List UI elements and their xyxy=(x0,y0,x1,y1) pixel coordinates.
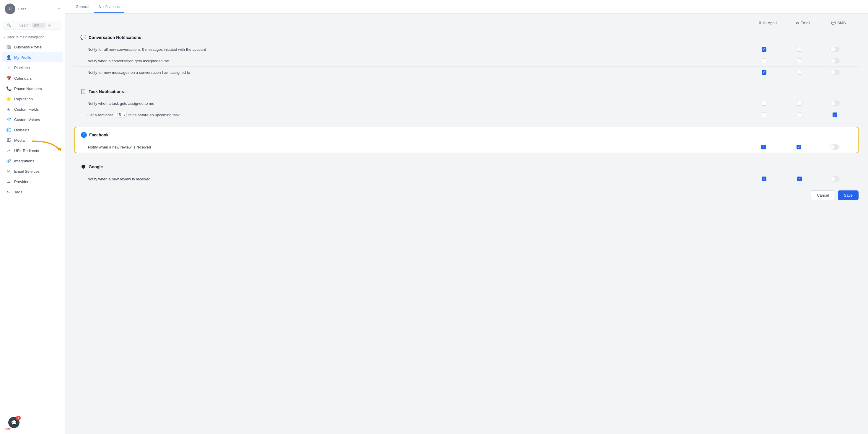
custom-values-icon: 💎 xyxy=(6,117,11,122)
business-profile-icon: 🏢 xyxy=(6,44,11,49)
sidebar-item-url-redirects[interactable]: ↗ URL Redirects xyxy=(2,146,63,156)
email-checkbox-task-assigned[interactable] xyxy=(797,101,802,106)
email-cell-task-assigned xyxy=(782,101,817,106)
email-col-icon: ✉ xyxy=(796,21,799,25)
sidebar-item-tags[interactable]: 🏷 Tags xyxy=(2,187,63,197)
inapp-cell-new-messages xyxy=(746,70,782,75)
email-cell-assigned-to-me xyxy=(782,58,817,63)
sidebar-item-my-profile[interactable]: 👤 My Profile xyxy=(2,52,63,62)
sidebar-item-calendars[interactable]: 📅 Calendars xyxy=(2,73,63,83)
reminder-select[interactable]: 510153060 xyxy=(115,112,127,118)
sms-toggle-google-new-review[interactable] xyxy=(830,176,840,182)
inapp-checkbox-new-conversations[interactable] xyxy=(762,47,766,52)
email-checkbox-fb-new-review[interactable] xyxy=(797,145,801,149)
row-label-google-new-review: Notify when a new review is received xyxy=(87,177,746,181)
col-label-sms: SMS xyxy=(837,21,845,25)
section-conversation-notifications: 💬Conversation Notifications Notify for a… xyxy=(74,30,859,78)
pipelines-icon: ⧖ xyxy=(6,65,11,70)
tab-general[interactable]: General xyxy=(71,1,94,13)
col-header-inapp: 🖥 In-App ℹ xyxy=(750,21,785,25)
section-title-facebook: Facebook xyxy=(89,132,108,137)
email-checkbox-assigned-to-me[interactable] xyxy=(797,58,802,63)
sms-toggle-new-conversations[interactable] xyxy=(830,46,840,52)
reputation-icon: ⭐ xyxy=(6,97,11,101)
sms-toggle-fb-new-review[interactable] xyxy=(830,144,839,150)
sidebar-item-email-services[interactable]: ✉ Email Services xyxy=(2,166,63,176)
email-checkbox-task-reminder[interactable] xyxy=(797,113,802,117)
sidebar-item-integrations[interactable]: 🔗 Integrations xyxy=(2,156,63,166)
phone-numbers-icon: 📞 xyxy=(6,86,11,91)
section-title-conversation-notifications: Conversation Notifications xyxy=(89,35,141,40)
chat-icon: 💬 xyxy=(11,420,17,426)
inapp-checkbox-assigned-to-me[interactable] xyxy=(762,58,766,63)
conversation-notifications-section-icon: 💬 xyxy=(80,35,86,40)
sidebar-item-phone-numbers[interactable]: 📞 Phone Numbers xyxy=(2,84,63,94)
sms-toggle-new-messages[interactable] xyxy=(830,70,840,75)
inapp-checkbox-new-messages[interactable] xyxy=(762,70,766,75)
sidebar-item-providers[interactable]: ☁ Providers xyxy=(2,177,63,187)
sms-checkbox-task-reminder[interactable] xyxy=(833,113,837,117)
inapp-checkbox-google-new-review[interactable] xyxy=(762,177,766,181)
section-header-task-notifications: 📋Task Notifications xyxy=(74,84,859,98)
inapp-cell-assigned-to-me xyxy=(746,58,782,63)
email-cell-task-reminder xyxy=(782,113,817,117)
sidebar-label-pipelines: Pipelines xyxy=(14,66,30,70)
email-checkbox-new-messages[interactable] xyxy=(797,70,802,75)
column-headers: 🖥 In-App ℹ ✉ Email 💬 SMS xyxy=(74,21,859,25)
sidebar-label-integrations: Integrations xyxy=(14,159,34,163)
row-new-messages: Notify for new messages on a conversatio… xyxy=(74,66,859,78)
sidebar-label-custom-values: Custom Values xyxy=(14,118,40,122)
row-fb-new-review: Notify when a new review is received xyxy=(75,142,858,153)
sidebar-item-custom-values[interactable]: 💎 Custom Values xyxy=(2,115,63,125)
sidebar-item-pipelines[interactable]: ⧖ Pipelines xyxy=(2,63,63,73)
lightning-icon: ⚡ xyxy=(47,23,58,27)
sidebar-item-media[interactable]: 🖼 Media xyxy=(2,135,63,145)
email-checkbox-google-new-review[interactable] xyxy=(797,177,802,181)
sidebar-label-reputation: Reputation xyxy=(14,97,33,101)
tab-notifications[interactable]: Notifications xyxy=(94,1,124,13)
section-task-notifications: 📋Task Notifications Notify when a task g… xyxy=(74,84,859,121)
media-icon: 🖼 xyxy=(6,138,11,143)
email-cell-google-new-review xyxy=(782,177,817,181)
back-navigation[interactable]: ‹ Back to main navigation xyxy=(0,33,65,42)
sidebar-label-providers: Providers xyxy=(14,180,30,184)
sms-toggle-assigned-to-me[interactable] xyxy=(830,58,840,63)
row-label-fb-new-review: Notify when a new review is received xyxy=(88,145,746,149)
main-content: General Notifications 🖥 In-App ℹ ✉ Email… xyxy=(65,0,868,434)
email-cell-fb-new-review xyxy=(781,145,816,149)
sidebar-label-url-redirects: URL Redirects xyxy=(14,149,39,153)
sidebar-item-custom-fields[interactable]: ◈ Custom Fields xyxy=(2,104,63,114)
row-label-task-assigned: Notify when a task gets assigned to me xyxy=(87,101,746,106)
sms-toggle-task-assigned[interactable] xyxy=(830,101,840,106)
sidebar-label-phone-numbers: Phone Numbers xyxy=(14,87,42,91)
email-services-icon: ✉ xyxy=(6,169,11,174)
row-label-new-messages: Notify for new messages on a conversatio… xyxy=(87,70,746,75)
reminder-select-wrapper[interactable]: 510153060 xyxy=(115,112,127,118)
inapp-checkbox-task-assigned[interactable] xyxy=(762,101,766,106)
search-bar[interactable]: 🔍 Search ⌘K ⚡ xyxy=(4,21,61,30)
sidebar-header: U User ▾ xyxy=(0,0,65,18)
col-header-sms: 💬 SMS xyxy=(821,21,856,25)
save-button[interactable]: Save xyxy=(838,190,859,200)
providers-icon: ☁ xyxy=(6,179,11,184)
nav-list: 🏢 Business Profile👤 My Profile⧖ Pipeline… xyxy=(0,42,65,197)
section-header-conversation-notifications: 💬Conversation Notifications xyxy=(74,30,859,44)
integrations-icon: 🔗 xyxy=(6,159,11,163)
user-name: User xyxy=(18,7,26,11)
row-new-conversations: Notify for all new conversations & messa… xyxy=(74,44,859,55)
section-title-task-notifications: Task Notifications xyxy=(89,89,124,94)
cancel-button[interactable]: Cancel xyxy=(811,190,835,200)
col-label-inapp: In-App xyxy=(763,21,774,25)
inapp-checkbox-task-reminder[interactable] xyxy=(762,113,766,117)
sidebar-item-business-profile[interactable]: 🏢 Business Profile xyxy=(2,42,63,52)
sidebar-item-reputation[interactable]: ⭐ Reputation xyxy=(2,94,63,104)
inapp-checkbox-fb-new-review[interactable] xyxy=(761,145,766,149)
email-cell-new-messages xyxy=(782,70,817,75)
tab-bar: General Notifications xyxy=(65,0,868,13)
sms-cell-new-messages xyxy=(817,70,852,75)
reminder-suffix: mins before an upcoming task xyxy=(128,113,180,117)
sidebar-item-domains[interactable]: 🌐 Domains xyxy=(2,125,63,135)
sms-cell-google-new-review xyxy=(817,176,852,182)
email-checkbox-new-conversations[interactable] xyxy=(797,47,802,52)
chat-bubble-button[interactable]: 💬 3 xyxy=(8,417,20,428)
